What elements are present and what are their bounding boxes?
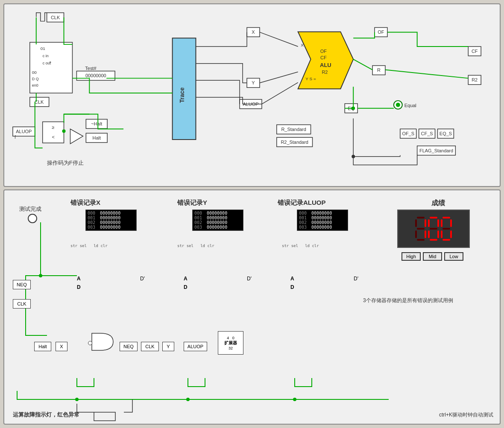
svg-text:CLK: CLK: [51, 15, 60, 20]
aluop-box-bottom: ALUOP: [184, 342, 207, 351]
svg-rect-29: [247, 27, 260, 37]
top-panel: CLK 01 c in c out 00 D Q en0 + CLK Test#…: [3, 3, 501, 187]
bottom-panel: 测试完成 错误记录X 00000000000 00100000000 00200…: [3, 189, 501, 425]
svg-text:01: 01: [41, 46, 46, 51]
and-gate-svg: [90, 331, 115, 352]
svg-rect-42: [375, 27, 387, 37]
svg-text:D  Q: D Q: [32, 77, 39, 81]
error-x-title: 错误记录X: [70, 199, 100, 207]
score-low-button[interactable]: Low: [444, 252, 463, 261]
mem-x-controls: str sel ld clr: [70, 244, 108, 248]
svg-text:en0: en0: [32, 83, 38, 87]
x-box-bottom: X: [56, 342, 67, 351]
score-high-button[interactable]: High: [401, 252, 421, 261]
svg-text:CF: CF: [320, 55, 327, 60]
svg-text:c out: c out: [43, 61, 51, 65]
svg-text:R2_Standard: R2_Standard: [281, 140, 308, 145]
svg-point-52: [394, 101, 402, 109]
svg-text:OF_S: OF_S: [402, 131, 414, 136]
svg-text:<: <: [52, 134, 54, 140]
svg-rect-44: [468, 47, 481, 56]
bottom-left-text: 运算故障指示灯，红色异常: [13, 411, 79, 419]
svg-rect-13: [76, 71, 115, 81]
svg-rect-31: [247, 78, 260, 87]
svg-rect-15: [13, 127, 35, 136]
svg-text:X: X: [252, 29, 255, 35]
svg-text:Y: Y: [252, 80, 255, 85]
svg-text:Trace: Trace: [179, 87, 185, 103]
y-box-bottom: Y: [162, 342, 174, 351]
test-complete-label: 测试完成: [19, 205, 41, 213]
svg-rect-48: [468, 75, 481, 84]
clk-box-2: CLK: [141, 342, 159, 351]
d-prime-x: D': [140, 276, 145, 282]
svg-text:操作码为F停止: 操作码为F停止: [47, 160, 84, 166]
svg-point-69: [62, 129, 66, 133]
svg-rect-65: [417, 146, 456, 155]
svg-text:OF: OF: [320, 49, 327, 54]
a-label-y: A: [184, 276, 188, 282]
svg-text:CF_S: CF_S: [421, 131, 433, 136]
svg-text:CLK: CLK: [35, 99, 44, 105]
digit-1: [415, 217, 426, 241]
svg-rect-61: [419, 129, 435, 138]
svg-rect-57: [277, 137, 313, 147]
svg-point-67: [352, 107, 355, 110]
svg-text:R_Standard: R_Standard: [281, 127, 306, 132]
error-aluop-title: 错误记录ALUOP: [278, 199, 326, 207]
svg-marker-21: [70, 129, 83, 144]
svg-text:Test#: Test#: [85, 66, 97, 71]
bottom-right-text: ctrl+K驱动时钟自动测试: [439, 411, 493, 419]
svg-rect-27: [173, 38, 196, 140]
svg-text:R: R: [377, 68, 381, 73]
svg-rect-55: [277, 125, 311, 134]
svg-text:+: +: [49, 60, 52, 64]
svg-rect-50: [345, 104, 357, 113]
svg-text:f: f: [15, 134, 16, 140]
svg-text:Equal: Equal: [404, 103, 416, 108]
svg-text:00000000: 00000000: [85, 73, 106, 78]
svg-point-71: [75, 398, 79, 401]
svg-text:c in: c in: [43, 54, 49, 58]
a-label-x: A: [77, 276, 81, 282]
svg-text:EQ: EQ: [348, 106, 355, 111]
d-label-y: D: [184, 284, 188, 290]
svg-point-70: [39, 274, 42, 277]
svg-text:Y S =: Y S =: [305, 76, 316, 81]
score-mid-button[interactable]: Mid: [423, 252, 442, 261]
svg-point-68: [352, 155, 355, 158]
memory-y-display: 00000000000 00100000000 00200000000 0030…: [192, 210, 243, 231]
svg-text:EQ_S: EQ_S: [440, 131, 452, 136]
and-gate-bubble: [88, 341, 92, 345]
svg-text:ALUOP: ALUOP: [16, 129, 32, 134]
expander-box: 4 0 扩展器 32: [218, 331, 243, 355]
mem-y-controls: str sel ld clr: [177, 244, 214, 248]
d-label-x: D: [77, 284, 81, 290]
svg-rect-17: [43, 122, 64, 143]
test-complete-circle: [28, 214, 37, 223]
d-prime-aluop: D': [354, 276, 358, 282]
svg-rect-0: [47, 13, 64, 22]
score-display: [397, 210, 470, 248]
error-y-title: 错误记录Y: [177, 199, 207, 207]
svg-point-53: [396, 103, 400, 107]
memory-x-display: 00000000000 00100000000 00200000000 0030…: [85, 210, 137, 231]
svg-text:ALUOP: ALUOP: [243, 102, 258, 107]
d-label-aluop: D: [290, 284, 294, 290]
svg-text:OF: OF: [378, 29, 384, 35]
svg-text:R2: R2: [322, 70, 328, 75]
digit-2: [428, 217, 439, 241]
a-label-aluop: A: [290, 276, 294, 282]
svg-rect-33: [240, 99, 262, 109]
svg-rect-46: [372, 66, 385, 75]
mem-aluop-controls: str sel ld clr: [282, 244, 319, 248]
svg-rect-22: [86, 119, 107, 128]
store-text: 3个存储器存储的是所有错误的测试用例: [363, 297, 453, 304]
svg-rect-2: [30, 42, 73, 93]
halt-box: Halt: [34, 342, 51, 351]
svg-text:~Halt: ~Halt: [91, 121, 102, 126]
memory-aluop-display: 00000000000 00100000000 00200000000 0030…: [297, 210, 348, 231]
neq-box: NEQ: [13, 280, 31, 289]
top-circuit-svg: CLK 01 c in c out 00 D Q en0 + CLK Test#…: [4, 4, 500, 186]
svg-marker-35: [298, 32, 354, 89]
